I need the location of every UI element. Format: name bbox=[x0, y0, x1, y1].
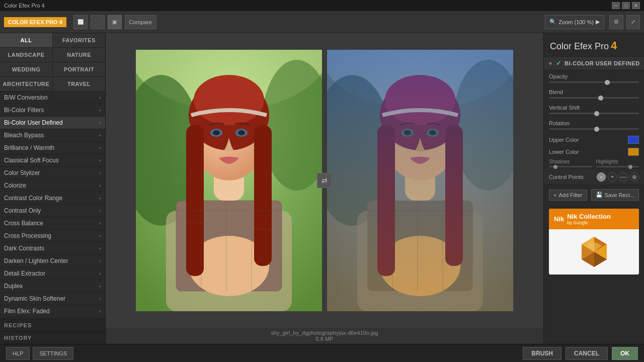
swap-images-button[interactable]: ⇄ bbox=[317, 173, 332, 188]
upper-color-row: Upper Color bbox=[544, 133, 644, 145]
cancel-button[interactable]: CANCEL bbox=[566, 347, 608, 360]
nik-promo-header: Nik Nik Collection by Google bbox=[549, 209, 639, 229]
shadows-label: Shadows bbox=[549, 159, 592, 164]
rotation-slider-track[interactable] bbox=[549, 128, 639, 130]
filter-contrast-color-range[interactable]: Contrast Color Range + bbox=[0, 192, 105, 205]
filter-add-icon: + bbox=[98, 246, 101, 251]
copy-control-point-button[interactable]: ⊕ bbox=[630, 172, 639, 182]
filter-brilliance-warmth[interactable]: Brilliance / Warmth + bbox=[0, 142, 105, 154]
shadows-slider-thumb[interactable] bbox=[553, 165, 557, 169]
filter-add-icon: + bbox=[98, 284, 101, 289]
filter-name: Cross Processing bbox=[4, 232, 51, 239]
help-button[interactable]: HLP bbox=[6, 347, 30, 360]
tab-favorites[interactable]: FAVORITES bbox=[53, 33, 105, 48]
vertical-shift-control-row: Vertical Shift bbox=[544, 102, 644, 112]
close-button[interactable]: ✕ bbox=[632, 2, 640, 9]
blend-slider-thumb[interactable] bbox=[598, 96, 603, 101]
brush-button[interactable]: BRUSH bbox=[523, 347, 561, 360]
filter-bicolor-filters[interactable]: Bi-Color Filters + bbox=[0, 104, 105, 117]
history-section-header[interactable]: HISTORY bbox=[0, 331, 105, 344]
left-sidebar: ALL FAVORITES LANDSCAPE NATURE WEDDING P… bbox=[0, 33, 106, 344]
active-filter-name: BI-COLOR USER DEFINED bbox=[565, 60, 640, 66]
compare-button[interactable]: Compare bbox=[125, 15, 156, 29]
svg-rect-12 bbox=[254, 125, 272, 266]
opacity-slider-track[interactable] bbox=[549, 81, 639, 83]
filter-colorize[interactable]: Colorize + bbox=[0, 179, 105, 192]
tab-travel[interactable]: TRAVEL bbox=[53, 77, 105, 92]
single-view-button[interactable]: ⬜ bbox=[73, 15, 88, 29]
add-filter-button[interactable]: + Add Filter bbox=[549, 190, 587, 201]
zoom-control[interactable]: 🔍 Zoom (100 %) ▶ bbox=[545, 15, 604, 29]
filter-bleach-bypass[interactable]: Bleach Bypass + bbox=[0, 129, 105, 142]
filter-duplex[interactable]: Duplex + bbox=[0, 280, 105, 293]
tab-row-4: ARCHITECTURE TRAVEL bbox=[0, 77, 105, 92]
vertical-shift-slider-row[interactable] bbox=[544, 112, 644, 117]
opacity-slider-thumb[interactable] bbox=[605, 80, 610, 85]
filter-name: Colorize bbox=[4, 182, 26, 189]
control-points-label: Control Points bbox=[549, 174, 584, 180]
highlights-slider-thumb[interactable] bbox=[628, 165, 632, 169]
lower-color-row: Lower Color bbox=[544, 145, 644, 157]
filter-classical-soft-focus[interactable]: Classical Soft Focus + bbox=[0, 154, 105, 167]
display-settings-button[interactable]: ⚙ bbox=[609, 15, 623, 29]
tab-architecture[interactable]: ARCHITECTURE bbox=[0, 77, 53, 92]
filter-bicolor-user-defined[interactable]: Bi-Color User Defined + bbox=[0, 117, 105, 129]
minimize-button[interactable]: — bbox=[612, 2, 620, 9]
blend-slider-row[interactable] bbox=[544, 96, 644, 102]
lower-color-swatch[interactable] bbox=[628, 148, 639, 156]
vertical-shift-label: Vertical Shift bbox=[549, 105, 580, 111]
window-controls[interactable]: — □ ✕ bbox=[612, 2, 640, 9]
filter-add-icon: + bbox=[98, 258, 101, 264]
opacity-control-row: Opacity bbox=[544, 70, 644, 80]
ok-button[interactable]: OK bbox=[612, 347, 638, 360]
opacity-slider-row[interactable] bbox=[544, 80, 644, 86]
add-control-point-button[interactable]: + bbox=[608, 172, 617, 182]
filter-cross-processing[interactable]: Cross Processing + bbox=[0, 230, 105, 242]
blend-slider-track[interactable] bbox=[549, 97, 639, 99]
split-view-button[interactable]: ⬛ bbox=[91, 15, 105, 29]
zoom-arrow-icon[interactable]: ▶ bbox=[596, 19, 600, 25]
filter-name: Cross Balance bbox=[4, 220, 43, 227]
filter-bw-conversion[interactable]: B/W Conversion + bbox=[0, 92, 105, 104]
rotation-slider-row[interactable] bbox=[544, 127, 644, 133]
tab-row-2: LANDSCAPE NATURE bbox=[0, 48, 105, 62]
dual-view-button[interactable]: ▣ bbox=[108, 15, 122, 29]
recipes-section-header[interactable]: RECIPES bbox=[0, 319, 105, 331]
remove-control-point-button[interactable]: — bbox=[619, 172, 628, 182]
app-title: Color Efex Pro 4 bbox=[544, 33, 644, 56]
filter-name: Darken / Lighten Center bbox=[4, 257, 68, 264]
filter-dynamic-skin-softener[interactable]: Dynamic Skin Softener + bbox=[0, 293, 105, 305]
tab-nature[interactable]: NATURE bbox=[53, 48, 105, 62]
rotation-slider-thumb[interactable] bbox=[594, 127, 599, 132]
upper-color-swatch[interactable] bbox=[628, 136, 639, 144]
tab-landscape[interactable]: LANDSCAPE bbox=[0, 48, 53, 62]
vertical-shift-slider-track[interactable] bbox=[549, 113, 639, 114]
shadows-slider[interactable] bbox=[549, 166, 592, 167]
filter-darken-lighten-center[interactable]: Darken / Lighten Center + bbox=[0, 255, 105, 267]
maximize-button[interactable]: □ bbox=[622, 2, 630, 9]
settings-button[interactable]: SETTINGS bbox=[33, 347, 73, 360]
tab-wedding[interactable]: WEDDING bbox=[0, 62, 53, 77]
expand-button[interactable]: ⤢ bbox=[626, 15, 640, 29]
nik-logo: Nik bbox=[554, 215, 564, 223]
tab-row-1: ALL FAVORITES bbox=[0, 33, 105, 48]
filter-detail-extractor[interactable]: Detail Extractor + bbox=[0, 267, 105, 280]
highlights-slider[interactable] bbox=[596, 166, 639, 167]
vertical-shift-slider-thumb[interactable] bbox=[594, 111, 599, 116]
filter-cross-balance[interactable]: Cross Balance + bbox=[0, 217, 105, 230]
filter-dark-contrasts[interactable]: Dark Contrasts + bbox=[0, 242, 105, 255]
active-filter-header[interactable]: ▼ ✓ BI-COLOR USER DEFINED bbox=[544, 56, 644, 70]
filter-list: B/W Conversion + Bi-Color Filters + Bi-C… bbox=[0, 92, 105, 319]
tab-portrait[interactable]: PORTRAIT bbox=[53, 62, 105, 77]
blend-label: Blend bbox=[549, 89, 563, 95]
tab-all[interactable]: ALL bbox=[0, 33, 53, 48]
filter-contrast-only[interactable]: Contrast Only + bbox=[0, 205, 105, 217]
filter-add-icon: + bbox=[98, 221, 101, 226]
nik-promo-body bbox=[549, 229, 639, 275]
lower-color-label: Lower Color bbox=[549, 149, 579, 155]
filter-color-stylizer[interactable]: Color Stylizer + bbox=[0, 167, 105, 179]
filter-film-efex-faded[interactable]: Film Efex: Faded + bbox=[0, 305, 105, 318]
titlebar: Color Efex Pro 4 — □ ✕ bbox=[0, 0, 644, 11]
save-recipe-button[interactable]: 💾 Save Reci... bbox=[591, 189, 639, 201]
svg-point-16 bbox=[213, 130, 220, 135]
